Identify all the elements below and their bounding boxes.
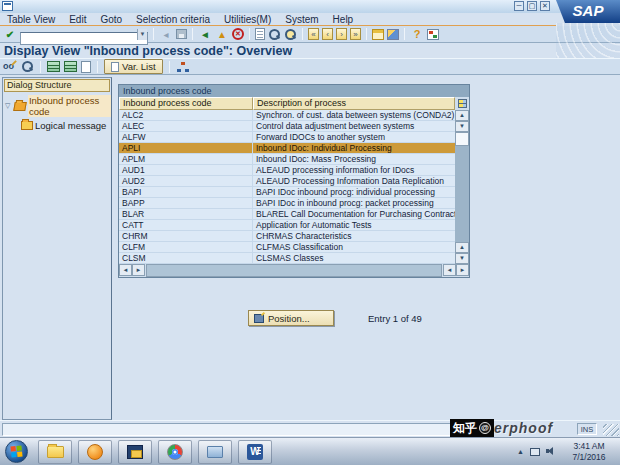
new-session-icon[interactable] [372,29,384,40]
table-view-icon[interactable] [47,61,60,72]
hscroll-left2-icon[interactable]: ◄ [443,264,456,276]
cell-description[interactable]: BAPI IDoc in inbound procg: packet proce… [253,198,455,208]
cell-description[interactable]: Inbound IDoc: Mass Processing [253,154,455,164]
table-row[interactable]: CATTApplication for Automatic Tests [119,220,455,231]
first-page-icon[interactable]: « [308,28,319,40]
scroll-page-up-icon[interactable]: ▲ [455,242,469,253]
table-row[interactable]: BLARBLAREL Call Documentation for Purcha… [119,209,455,220]
table-row[interactable]: CLFMCLFMAS Classification [119,242,455,253]
vscroll-thumb[interactable] [455,132,469,146]
cell-description[interactable]: ALEAUD processing information for IDocs [253,165,455,175]
minimize-icon[interactable]: ─ [514,1,524,11]
cell-description[interactable]: Application for Automatic Tests [253,220,455,230]
menu-utilities-m[interactable]: Utilities(M) [217,14,278,25]
cell-process-code[interactable]: CATT [119,220,253,230]
horizontal-scrollbar[interactable]: ◄ ► ◄ ► [119,264,469,277]
cancel-icon[interactable]: ✕ [232,28,244,40]
menu-selection-criteria[interactable]: Selection criteria [129,14,217,25]
display-change-icon[interactable] [3,61,17,73]
cell-description[interactable]: CLSMAS Classes [253,253,455,263]
menu-edit[interactable]: Edit [62,14,93,25]
cell-description[interactable]: ALEAUD Processing Information Data Repli… [253,176,455,186]
back-icon[interactable]: ◄ [198,28,212,41]
taskbar-word-button[interactable]: W [238,440,272,464]
taskbar-sap-logon-button[interactable] [118,440,152,464]
next-page-icon[interactable]: › [336,28,347,40]
command-history-icon[interactable]: ▼ [137,29,147,40]
exit-icon[interactable]: ▲ [215,28,229,41]
hscroll-right-icon[interactable]: ► [132,264,145,276]
taskbar-orange-app-button[interactable] [78,440,112,464]
scroll-page-down-icon[interactable]: ▼ [455,253,469,264]
menu-system[interactable]: System [278,14,325,25]
network-icon[interactable] [530,448,540,456]
column-header-description[interactable]: Description of process [253,97,455,110]
cell-process-code[interactable]: APLI [119,143,253,153]
cell-description[interactable]: CLFMAS Classification [253,242,455,252]
scroll-up-icon[interactable]: ▲ [455,110,469,121]
hscroll-left-icon[interactable]: ◄ [119,264,132,276]
tree-item-label[interactable]: Logical message [35,120,106,131]
taskbar-blue-folder-button[interactable] [198,440,232,464]
cell-description[interactable]: BAPI IDoc inbound procg: individual proc… [253,187,455,197]
tree-item-label[interactable]: Inbound process code [28,95,111,117]
scroll-down-icon[interactable]: ▼ [455,121,469,132]
menu-goto[interactable]: Goto [93,14,129,25]
cell-process-code[interactable]: AUD2 [119,176,253,186]
column-header-process-code[interactable]: Inbound process code [119,97,253,110]
cell-process-code[interactable]: BAPP [119,198,253,208]
status-message-field[interactable] [2,423,468,436]
hscroll-right2-icon[interactable]: ► [456,264,469,276]
cell-process-code[interactable]: ALFW [119,132,253,142]
table-row[interactable]: ALECControl data adjustment between syst… [119,121,455,132]
previous-page-icon[interactable]: ‹ [322,28,333,40]
help-icon[interactable]: ? [410,28,424,41]
table-row[interactable]: BAPIBAPI IDoc inbound procg: individual … [119,187,455,198]
find-icon[interactable] [268,28,281,41]
table-row[interactable]: AUD1ALEAUD processing information for ID… [119,165,455,176]
create-shortcut-icon[interactable] [387,29,399,40]
cell-description[interactable]: CHRMAS Characteristics [253,231,455,241]
cell-process-code[interactable]: ALC2 [119,110,253,120]
cell-process-code[interactable]: AUD1 [119,165,253,175]
cell-process-code[interactable]: CLSM [119,253,253,263]
position-button[interactable]: Position... [248,310,334,326]
table-row[interactable]: ALC2Synchron. of cust. data between syst… [119,110,455,121]
cell-description[interactable]: Control data adjustment between systems [253,121,455,131]
menu-help[interactable]: Help [326,14,361,25]
table-contents-icon[interactable] [64,61,77,72]
maximize-icon[interactable]: ▢ [527,1,537,11]
volume-icon[interactable] [546,447,556,456]
find-next-icon[interactable] [284,28,297,41]
vertical-scrollbar[interactable]: ▲ ▼ ▲ ▼ [455,97,469,264]
hscroll-track[interactable] [146,264,442,277]
cell-description[interactable]: Inbound IDoc: Individual Processing [253,143,455,153]
hscroll-thumb[interactable] [147,265,441,276]
table-row[interactable]: BAPPBAPI IDoc in inbound procg: packet p… [119,198,455,209]
cell-process-code[interactable]: APLM [119,154,253,164]
var-list-button[interactable]: Var. List [104,59,163,74]
menu-table-view[interactable]: Table View [0,14,62,25]
cell-process-code[interactable]: CLFM [119,242,253,252]
taskbar-explorer-button[interactable] [38,440,72,464]
start-button[interactable] [5,440,28,463]
print-icon[interactable] [255,28,265,40]
taskbar-clock[interactable]: 3:41 AM 7/1/2016 [561,441,617,462]
vscroll-track[interactable] [455,146,469,242]
hidden-icons-arrow-icon[interactable]: ▲ [517,448,524,455]
cell-process-code[interactable]: BAPI [119,187,253,197]
expand-structure-icon[interactable] [176,61,190,73]
table-row[interactable]: AUD2ALEAUD Processing Information Data R… [119,176,455,187]
choose-icon[interactable] [21,60,34,73]
sidebar-item-inbound-process-code[interactable]: ▽ Inbound process code [3,95,111,117]
insert-mode-indicator[interactable]: INS [577,423,597,435]
cell-description[interactable]: Forward IDOCs to another system [253,132,455,142]
save-icon[interactable] [176,29,187,39]
table-config-icon[interactable] [458,99,467,108]
taskbar-chrome-button[interactable] [158,440,192,464]
table-row[interactable]: APLIInbound IDoc: Individual Processing [119,143,455,154]
cell-process-code[interactable]: CHRM [119,231,253,241]
print-list-icon[interactable] [81,61,91,73]
last-page-icon[interactable]: » [350,28,361,40]
sidebar-item-logical-message[interactable]: Logical message [3,120,111,131]
